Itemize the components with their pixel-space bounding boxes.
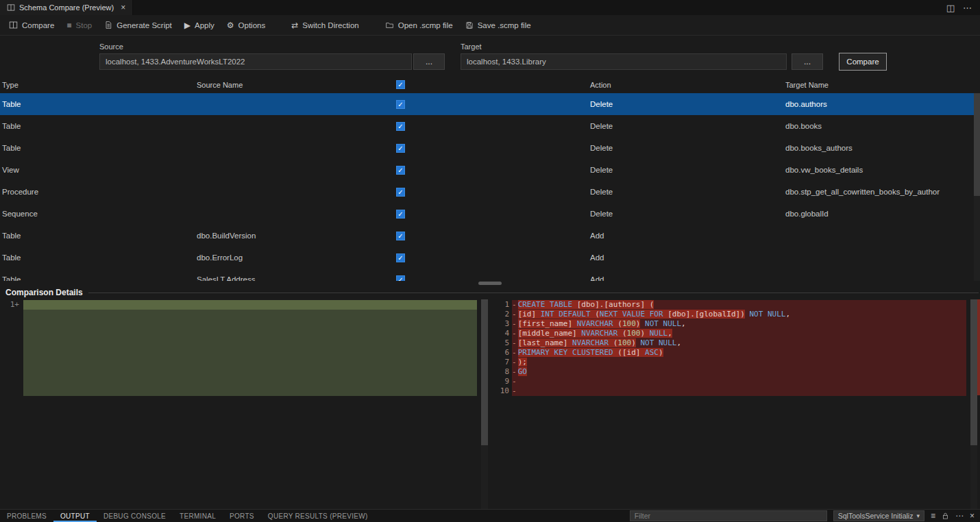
row-include-checkbox[interactable]: ✓ [396, 100, 405, 109]
row-include-checkbox[interactable]: ✓ [396, 275, 405, 282]
diff-added-placeholder-line [23, 310, 477, 319]
split-editor-icon[interactable]: ◫ [946, 3, 955, 13]
row-include-checkbox[interactable]: ✓ [396, 210, 405, 219]
views-icon[interactable]: ≡ [931, 512, 935, 520]
row-checkbox-cell: ✓ [394, 144, 589, 153]
grid-scrollbar-thumb[interactable] [974, 93, 980, 196]
diff-added-placeholder-line [23, 367, 477, 377]
bottom-panel-bar: PROBLEMS OUTPUT DEBUG CONSOLE TERMINAL P… [0, 509, 980, 522]
diff-added-placeholder-line [23, 358, 477, 367]
diff-added-placeholder-line [23, 348, 477, 358]
generate-script-button[interactable]: Generate Script [98, 18, 178, 32]
more-editor-actions-icon[interactable]: ⋯ [963, 3, 972, 13]
row-target-name: dbo.stp_get_all_cowritten_books_by_autho… [785, 188, 980, 196]
tab-debug-console[interactable]: DEBUG CONSOLE [97, 510, 173, 522]
output-channel-select[interactable]: SqlToolsService Initializ ▾ [833, 510, 924, 521]
details-title: Comparison Details [5, 288, 83, 297]
grid-body: Table✓Deletedbo.authorsTable✓Deletedbo.b… [0, 93, 980, 281]
row-include-checkbox[interactable]: ✓ [396, 122, 405, 131]
row-checkbox-cell: ✓ [394, 100, 589, 109]
schema-compare-icon [7, 3, 15, 12]
line-number: 10 [495, 386, 509, 396]
tab-terminal[interactable]: TERMINAL [173, 510, 223, 522]
more-panel-actions-icon[interactable]: ⋯ [955, 512, 964, 520]
diff-right-scrollbar-thumb[interactable] [970, 299, 977, 445]
diff-right-scrollbar[interactable] [970, 299, 977, 509]
target-browse-button[interactable]: ... [792, 53, 823, 70]
row-action: Delete [589, 100, 785, 108]
splitter-handle[interactable] [478, 282, 502, 285]
stop-icon: ■ [66, 21, 71, 29]
line-number: 5 [495, 338, 509, 348]
row-target-name: dbo.vw_books_details [785, 166, 980, 174]
diff-removed-line: -[middle_name] NVARCHAR (100) NULL, [512, 329, 966, 338]
diff-removed-line: -[id] INT DEFAULT (NEXT VALUE FOR [dbo].… [512, 310, 966, 319]
table-row[interactable]: View✓Deletedbo.vw_books_details [0, 159, 980, 181]
diff-right-gutter: 12345678910 [495, 300, 509, 396]
table-row[interactable]: Table✓Deletedbo.authors [0, 93, 980, 115]
row-type: Table [0, 122, 195, 130]
editor-tab-bar: Schema Compare (Preview) × ◫ ⋯ [0, 0, 980, 15]
table-row[interactable]: Table✓Deletedbo.books [0, 115, 980, 137]
tab-output[interactable]: OUTPUT [53, 510, 97, 522]
row-include-checkbox[interactable]: ✓ [396, 144, 405, 153]
compare-button[interactable]: Compare [3, 18, 60, 32]
tab-ports[interactable]: PORTS [223, 510, 261, 522]
close-tab-icon[interactable]: × [121, 3, 125, 12]
table-row[interactable]: Tabledbo.BuildVersion✓Add [0, 225, 980, 247]
column-header-source-name[interactable]: Source Name [197, 81, 243, 89]
diff-left-code[interactable] [23, 300, 477, 396]
tab-schema-compare[interactable]: Schema Compare (Preview) × [0, 0, 133, 15]
open-scmp-button[interactable]: Open .scmp file [379, 18, 459, 32]
lock-icon[interactable] [942, 512, 949, 520]
row-action: Delete [589, 210, 785, 218]
row-include-checkbox[interactable]: ✓ [396, 253, 405, 262]
line-number [5, 348, 19, 358]
table-row[interactable]: Sequence✓Deletedbo.globalId [0, 203, 980, 225]
grid-scrollbar[interactable] [974, 93, 980, 281]
column-header-type[interactable]: Type [2, 81, 19, 89]
diff-right-code[interactable]: -CREATE TABLE [dbo].[authors] (-[id] INT… [512, 300, 966, 396]
header-include-checkbox[interactable]: ✓ [396, 80, 405, 89]
row-type: Table [0, 232, 195, 240]
table-row[interactable]: Table✓Deletedbo.books_authors [0, 137, 980, 159]
compare-run-button[interactable]: Compare [839, 53, 887, 71]
source-browse-button[interactable]: ... [413, 53, 445, 70]
tab-query-results[interactable]: QUERY RESULTS (PREVIEW) [261, 510, 375, 522]
target-input[interactable] [461, 53, 787, 70]
table-row[interactable]: Procedure✓Deletedbo.stp_get_all_cowritte… [0, 181, 980, 203]
diff-left-scrollbar[interactable] [481, 299, 488, 509]
row-source-name: dbo.BuildVersion [195, 232, 394, 240]
diff-target-pane[interactable]: 12345678910 -CREATE TABLE [dbo].[authors… [495, 299, 968, 509]
tab-problems[interactable]: PROBLEMS [0, 510, 53, 522]
save-floppy-icon [465, 21, 474, 29]
source-input[interactable] [99, 53, 412, 70]
save-scmp-button[interactable]: Save .scmp file [459, 18, 537, 32]
table-row[interactable]: TableSalesLT.Address✓Add [0, 269, 980, 281]
schema-compare-toolbar: Compare ■ Stop Generate Script ▶ Apply ⚙… [0, 15, 980, 36]
line-number [5, 329, 19, 338]
row-target-name: dbo.globalId [785, 210, 980, 218]
output-filter-input[interactable] [630, 510, 827, 521]
row-type: Sequence [0, 210, 195, 218]
column-header-target-name[interactable]: Target Name [785, 81, 829, 89]
row-include-checkbox[interactable]: ✓ [396, 188, 405, 197]
line-number: 9 [495, 377, 509, 386]
row-include-checkbox[interactable]: ✓ [396, 232, 405, 240]
table-row[interactable]: Tabledbo.ErrorLog✓Add [0, 247, 980, 269]
diff-left-scrollbar-thumb[interactable] [481, 299, 488, 445]
options-button[interactable]: ⚙ Options [221, 18, 271, 32]
details-header: Comparison Details [5, 286, 980, 299]
stop-button[interactable]: ■ Stop [60, 18, 98, 32]
apply-button[interactable]: ▶ Apply [178, 18, 221, 32]
diff-source-pane[interactable]: 1+ [5, 299, 481, 509]
row-target-name: dbo.books_authors [785, 144, 980, 152]
grid-header: Type Source Name ✓ Action Target Name [0, 78, 980, 93]
row-include-checkbox[interactable]: ✓ [396, 166, 405, 175]
column-header-action[interactable]: Action [590, 81, 611, 89]
tab-title: Schema Compare (Preview) [19, 3, 114, 12]
close-panel-icon[interactable]: × [970, 512, 975, 520]
switch-direction-button[interactable]: ⇄ Switch Direction [285, 18, 365, 32]
panel-splitter[interactable] [0, 281, 980, 286]
diff-removed-line: -); [512, 358, 966, 367]
